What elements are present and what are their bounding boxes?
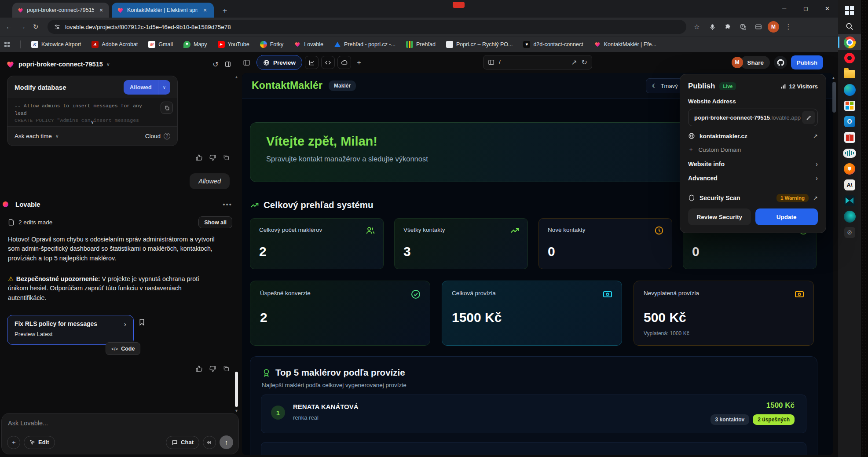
fix-rls-policy-card[interactable]: Fix RLS policy for messages › Preview La… [7,315,134,345]
code-view-icon[interactable] [321,56,335,69]
translate-icon[interactable] [737,21,749,33]
payment-card-icon[interactable] [752,21,765,33]
new-tab-button[interactable]: ＋ [219,4,231,16]
refresh-preview-icon[interactable]: ↻ [582,58,587,66]
scroll-up-arrow[interactable]: ▲ [234,75,238,79]
outlook-icon[interactable]: O [838,113,861,129]
open-external-icon[interactable]: ↗ [813,195,818,201]
voice-input-button[interactable] [203,436,216,449]
chrome-taskbar-icon[interactable] [838,34,861,50]
avast-browser-icon[interactable] [838,161,861,177]
bookmark-star-icon[interactable]: ☆ [691,21,703,33]
preview-scrollbar-thumb[interactable] [832,82,836,113]
edit-mode-button[interactable]: Edit [24,436,55,449]
bookmark-item[interactable]: AAdobe Acrobat [92,41,138,48]
chevron-down-icon[interactable]: ∨ [55,133,59,139]
share-button[interactable]: Share [740,56,770,69]
wave-app-icon[interactable] [838,208,861,224]
thumbs-up-icon[interactable] [195,154,203,161]
sidebar-scrollbar-thumb[interactable] [235,372,238,407]
analytics-chart-icon[interactable] [305,56,319,69]
teal-bow-app-icon[interactable] [838,193,861,208]
preview-tab-button[interactable]: Preview [256,55,302,70]
share-group[interactable]: M Share [732,56,770,69]
bookmark-item[interactable]: ▶YouTube [218,41,249,48]
back-button[interactable]: ← [3,20,16,33]
opera-taskbar-icon[interactable] [838,50,861,66]
reload-button[interactable]: ↻ [29,20,42,33]
composer-placeholder[interactable]: Ask Lovable... [8,420,232,427]
bookmark-item[interactable]: Prehľad - popri.cz -... [334,41,396,48]
expand-code-chevron-icon[interactable]: ∨ [91,119,94,126]
bookmark-item[interactable]: Popri.cz – Rychlý PO... [446,41,513,48]
website-info-item[interactable]: Website info › [688,161,818,168]
user-avatar[interactable]: M [732,57,743,68]
bookmark-item[interactable]: KontaktMaklér | Efe... [594,41,656,48]
add-custom-domain-row[interactable]: ＋ Custom Domain [688,146,818,154]
advanced-item[interactable]: Advanced › [688,175,818,182]
chat-composer[interactable]: Ask Lovable... ＋ Edit Chat ↑ [1,413,239,454]
ask-each-time-select[interactable]: Ask each time [15,133,52,139]
route-input[interactable]: / ↗ ↻ [483,55,592,69]
open-external-icon[interactable]: ↗ [571,58,577,66]
bookmark-item[interactable]: ♥d2d-contact-connect [523,41,583,48]
gift-app-icon[interactable] [838,129,861,145]
apps-grid-icon[interactable] [4,42,10,47]
microphone-icon[interactable] [706,21,718,33]
add-tab-icon[interactable]: ＋ [355,58,363,67]
security-scan-row[interactable]: Security Scan 1 Warning ↗ [688,194,818,202]
browser-menu-icon[interactable]: ⋮ [782,21,795,33]
browser-profile-avatar[interactable]: M [768,21,779,33]
search-icon[interactable] [838,18,861,34]
bookmark-item[interactable]: Mapy [183,41,207,48]
send-button[interactable]: ↑ [220,435,233,449]
project-name[interactable]: popri-broker-connect-79515 [18,61,103,68]
edit-domain-button[interactable] [802,111,815,124]
publish-button[interactable]: Publish [791,55,823,69]
window-minimize-button[interactable]: ─ [773,0,795,17]
copy-code-button[interactable] [161,102,173,114]
window-close-button[interactable]: ✕ [817,0,838,17]
copy-icon[interactable] [223,365,230,373]
custom-domain-value[interactable]: kontaktmakler.cz [700,133,747,139]
info-icon[interactable]: ? [164,133,170,139]
show-all-button[interactable]: Show all [198,216,232,228]
scroll-down-arrow[interactable]: ▼ [234,409,238,413]
thumbs-up-icon[interactable] [195,365,203,373]
cloud-icon[interactable] [337,56,351,69]
forward-button[interactable]: → [16,20,29,33]
thumbs-down-icon[interactable] [209,154,216,161]
top5-row-2[interactable] [261,442,806,455]
tab-kontaktmakler[interactable]: KontaktMaklér | Efektivní správ ✕ [112,3,214,18]
edge-taskbar-icon[interactable] [838,82,861,98]
code-button[interactable]: </>Code [106,342,140,355]
chat-mode-button[interactable]: Chat [166,436,199,449]
voice-assistant-icon[interactable] [838,145,861,161]
windows-start-button[interactable] [838,3,861,18]
bookmark-item[interactable]: KKatowice Airport [31,41,81,48]
chevron-right-icon[interactable]: › [124,320,126,328]
bookmark-icon[interactable] [138,318,146,326]
preview-latest-label[interactable]: Preview Latest [15,331,126,337]
bookmark-item[interactable]: Fotky [260,41,284,48]
collapse-sidebar-icon[interactable] [243,59,250,66]
panel-toggle-icon[interactable] [222,58,234,70]
chevron-down-icon[interactable]: ∨ [106,62,110,67]
site-settings-icon[interactable] [54,23,61,30]
theme-slash-app-icon[interactable]: ⊘ [838,224,861,240]
copy-icon[interactable] [223,154,230,161]
open-external-icon[interactable]: ↗ [813,133,818,139]
tab-close-icon[interactable]: ✕ [98,6,105,14]
github-button[interactable] [774,56,787,69]
preview-scroll-up-arrow[interactable]: ▲ [831,76,835,80]
microsoft-store-icon[interactable] [838,98,861,113]
more-options-icon[interactable]: ••• [223,201,232,208]
tab-active-project[interactable]: popri-broker-connect-79515 - L ✕ [12,3,109,18]
bookmark-item[interactable]: Prehľad [406,41,436,48]
tab-close-icon[interactable]: ✕ [201,6,209,14]
address-bar[interactable]: lovable.dev/projects/f807912c-1d5e-46ed-… [48,20,686,34]
theme-toggle-button[interactable]: ☾Tmavý [646,78,684,93]
top5-row-1[interactable]: 1 RENATA KANÁTOVÁ renka real 1500 Kč 3 k… [261,395,806,433]
thumbs-down-icon[interactable] [209,365,216,373]
attach-plus-button[interactable]: ＋ [7,436,20,449]
